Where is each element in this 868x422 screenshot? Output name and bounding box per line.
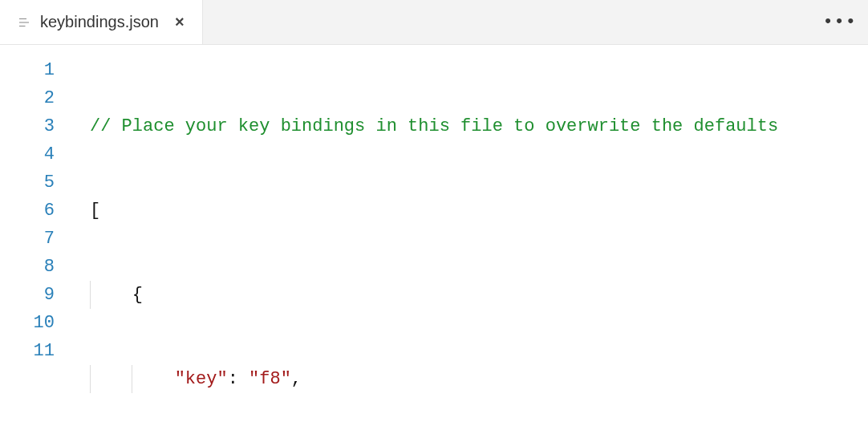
more-icon[interactable]: ••• <box>822 12 857 32</box>
line-number: 6 <box>0 197 55 225</box>
line-number: 5 <box>0 168 55 197</box>
line-number: 2 <box>0 84 55 112</box>
line-number: 8 <box>0 253 55 281</box>
tab-label: keybindings.json <box>40 13 159 31</box>
line-number: 3 <box>0 112 55 140</box>
line-number: 9 <box>0 281 55 309</box>
code-line: "key": "f8", <box>71 365 868 393</box>
tab-keybindings[interactable]: keybindings.json × <box>0 0 203 44</box>
code-line: [ <box>71 197 868 225</box>
line-number: 10 <box>0 309 55 337</box>
code-line: { <box>71 281 868 309</box>
line-number: 11 <box>0 337 55 365</box>
bracket: [ <box>90 201 100 221</box>
tab-overflow: ••• <box>822 0 868 44</box>
close-icon[interactable]: × <box>172 13 188 31</box>
comment: // Place your key bindings in this file … <box>90 116 778 136</box>
colon: : <box>228 369 249 389</box>
line-number-gutter: 1 2 3 4 5 6 7 8 9 10 11 <box>0 45 71 422</box>
json-string: "f8" <box>249 369 291 389</box>
tab-bar: keybindings.json × ••• <box>0 0 868 45</box>
file-icon <box>16 14 32 30</box>
line-number: 1 <box>0 56 55 84</box>
brace: { <box>132 285 143 305</box>
code-line: // Place your key bindings in this file … <box>71 112 868 140</box>
json-key: "key" <box>175 369 228 389</box>
code-editor[interactable]: 1 2 3 4 5 6 7 8 9 10 11 // Place your ke… <box>0 45 868 422</box>
line-number: 4 <box>0 140 55 168</box>
line-number: 7 <box>0 225 55 253</box>
tabs: keybindings.json × <box>0 0 203 44</box>
comma: , <box>291 369 302 389</box>
code-area[interactable]: // Place your key bindings in this file … <box>71 45 868 422</box>
